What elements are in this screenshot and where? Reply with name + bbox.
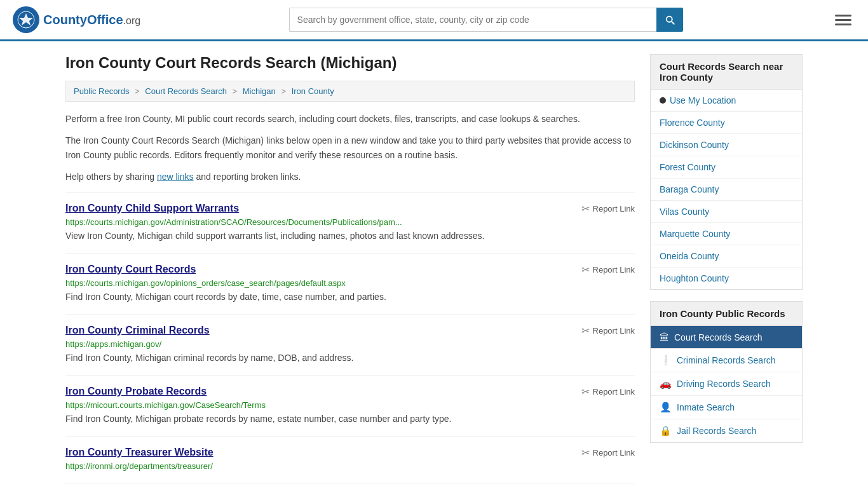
logo-icon: [13, 6, 39, 33]
result-url[interactable]: https://ironmi.org/departments/treasurer…: [65, 461, 635, 471]
breadcrumb-public-records[interactable]: Public Records: [74, 86, 129, 96]
report-label: Report Link: [593, 204, 635, 214]
nearby-link[interactable]: Use My Location: [670, 95, 736, 105]
result-title[interactable]: Iron County Court Records: [65, 264, 196, 275]
report-label: Report Link: [593, 265, 635, 274]
result-url[interactable]: https://courts.michigan.gov/opinions_ord…: [65, 278, 635, 288]
result-desc: Find Iron County, Michigan court records…: [65, 290, 635, 304]
result-header: Iron County Criminal Records ✂ Report Li…: [65, 325, 635, 337]
result-url[interactable]: https://apps.michigan.gov/: [65, 339, 635, 349]
public-record-icon: 🔒: [660, 425, 672, 437]
result-item: Iron County Probate Records ✂ Report Lin…: [65, 376, 635, 437]
description-para3: Help others by sharing new links and rep…: [65, 170, 635, 184]
public-record-item[interactable]: 🏛 Court Records Search: [651, 326, 802, 349]
nearby-list-item[interactable]: Use My Location: [651, 90, 802, 112]
public-record-item[interactable]: 🔒 Jail Records Search: [651, 419, 802, 442]
result-title[interactable]: Iron County Criminal Records: [65, 325, 210, 336]
content-area: Iron County Court Records Search (Michig…: [65, 54, 635, 484]
site-header: CountyOffice.org: [0, 0, 868, 41]
public-record-icon: 🚗: [660, 378, 672, 390]
result-title[interactable]: Iron County Treasurer Website: [65, 447, 214, 458]
nearby-list-item[interactable]: Florence County: [651, 112, 802, 134]
result-url[interactable]: https://micourt.courts.michigan.gov/Case…: [65, 400, 635, 410]
result-header: Iron County Court Records ✂ Report Link: [65, 264, 635, 276]
search-input[interactable]: [289, 8, 656, 32]
nearby-link[interactable]: Oneida County: [660, 251, 719, 261]
public-record-icon: 👤: [660, 402, 672, 413]
report-icon: ✂: [581, 203, 590, 215]
breadcrumb-michigan[interactable]: Michigan: [243, 86, 276, 96]
logo[interactable]: CountyOffice.org: [13, 6, 140, 33]
public-record-item[interactable]: 👤 Inmate Search: [651, 396, 802, 419]
nearby-link[interactable]: Dickinson County: [660, 140, 729, 150]
nearby-link[interactable]: Forest County: [660, 162, 715, 172]
breadcrumb-iron-county[interactable]: Iron County: [292, 86, 334, 96]
breadcrumb-sep-1: >: [135, 86, 140, 96]
location-dot-icon: [660, 97, 666, 104]
public-record-link[interactable]: Inmate Search: [677, 402, 735, 412]
report-link[interactable]: ✂ Report Link: [581, 447, 635, 459]
sidebar: Court Records Search near Iron County Us…: [650, 54, 803, 484]
public-record-item[interactable]: ❕ Criminal Records Search: [651, 349, 802, 372]
breadcrumb-sep-2: >: [233, 86, 238, 96]
nearby-list: Use My LocationFlorence CountyDickinson …: [650, 90, 803, 290]
nearby-section-title: Court Records Search near Iron County: [650, 54, 803, 90]
nearby-link[interactable]: Marquette County: [660, 229, 730, 239]
public-record-link[interactable]: Court Records Search: [674, 332, 763, 342]
page-title: Iron County Court Records Search (Michig…: [65, 54, 635, 72]
result-item: Iron County Child Support Warrants ✂ Rep…: [65, 192, 635, 254]
public-record-link[interactable]: Driving Records Search: [677, 379, 771, 389]
nearby-link[interactable]: Houghton County: [660, 273, 729, 283]
result-header: Iron County Treasurer Website ✂ Report L…: [65, 447, 635, 459]
report-icon: ✂: [581, 447, 590, 459]
report-link[interactable]: ✂ Report Link: [581, 386, 635, 398]
public-record-link[interactable]: Criminal Records Search: [677, 355, 776, 365]
report-icon: ✂: [581, 325, 590, 337]
report-link[interactable]: ✂ Report Link: [581, 325, 635, 337]
search-button[interactable]: [656, 8, 683, 32]
public-records-list: 🏛 Court Records Search ❕ Criminal Record…: [650, 326, 803, 443]
nearby-list-item[interactable]: Houghton County: [651, 268, 802, 289]
nearby-list-item[interactable]: Forest County: [651, 156, 802, 179]
result-desc: Find Iron County, Michigan criminal reco…: [65, 351, 635, 365]
nearby-list-item[interactable]: Vilas County: [651, 201, 802, 223]
menu-button[interactable]: [831, 8, 855, 32]
result-title[interactable]: Iron County Child Support Warrants: [65, 203, 239, 214]
result-url[interactable]: https://courts.michigan.gov/Administrati…: [65, 217, 635, 227]
result-item: Iron County Treasurer Website ✂ Report L…: [65, 437, 635, 484]
result-header: Iron County Child Support Warrants ✂ Rep…: [65, 203, 635, 215]
main-container: Iron County Court Records Search (Michig…: [53, 41, 815, 488]
nearby-list-item[interactable]: Oneida County: [651, 245, 802, 268]
public-record-item[interactable]: 🚗 Driving Records Search: [651, 372, 802, 396]
result-header: Iron County Probate Records ✂ Report Lin…: [65, 386, 635, 398]
public-record-link[interactable]: Jail Records Search: [677, 426, 756, 436]
search-bar: [289, 8, 683, 32]
report-link[interactable]: ✂ Report Link: [581, 203, 635, 215]
nearby-list-item[interactable]: Baraga County: [651, 179, 802, 201]
breadcrumb: Public Records > Court Records Search > …: [65, 81, 635, 102]
description-para1: Perform a free Iron County, MI public co…: [65, 112, 635, 126]
public-records-section-title: Iron County Public Records: [650, 301, 803, 326]
result-item: Iron County Criminal Records ✂ Report Li…: [65, 315, 635, 376]
report-label: Report Link: [593, 448, 635, 458]
report-icon: ✂: [581, 264, 590, 276]
public-record-icon: ❕: [660, 355, 672, 366]
report-label: Report Link: [593, 326, 635, 336]
nearby-list-item[interactable]: Marquette County: [651, 223, 802, 245]
nearby-link[interactable]: Florence County: [660, 118, 725, 128]
result-desc: Find Iron County, Michigan probate recor…: [65, 412, 635, 426]
report-label: Report Link: [593, 387, 635, 396]
breadcrumb-court-records[interactable]: Court Records Search: [145, 86, 227, 96]
report-icon: ✂: [581, 386, 590, 398]
description-para2: The Iron County Court Records Search (Mi…: [65, 133, 635, 162]
logo-wordmark: CountyOffice.org: [43, 13, 140, 27]
results-list: Iron County Child Support Warrants ✂ Rep…: [65, 192, 635, 484]
result-desc: View Iron County, Michigan child support…: [65, 229, 635, 243]
result-title[interactable]: Iron County Probate Records: [65, 386, 207, 397]
nearby-link[interactable]: Baraga County: [660, 184, 719, 194]
public-record-icon: 🏛: [660, 332, 669, 342]
nearby-link[interactable]: Vilas County: [660, 207, 709, 217]
report-link[interactable]: ✂ Report Link: [581, 264, 635, 276]
new-links-link[interactable]: new links: [157, 172, 194, 182]
nearby-list-item[interactable]: Dickinson County: [651, 134, 802, 156]
